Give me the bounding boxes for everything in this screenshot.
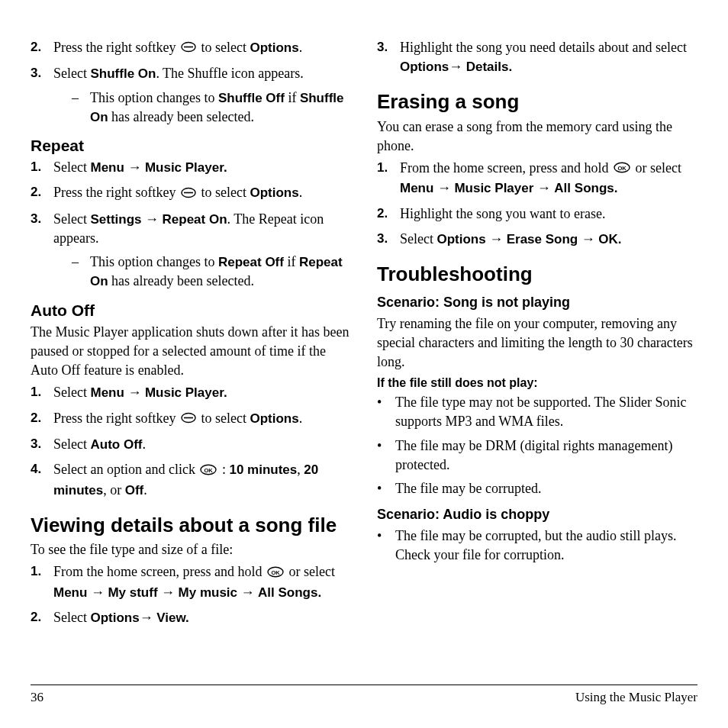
- page: 2. Press the right softkey to select Opt…: [0, 0, 728, 728]
- step-2: 2. Press the right softkey to select Opt…: [31, 183, 351, 203]
- heading-erasing: Erasing a song: [377, 90, 697, 114]
- step-4: 4. Select an option and click OK : 10 mi…: [31, 460, 351, 500]
- auto-off-desc: The Music Player application shuts down …: [31, 323, 351, 381]
- page-footer: 36 Using the Music Player: [31, 685, 697, 705]
- step-3: 3. Highlight the song you need details a…: [377, 38, 697, 76]
- heading-repeat: Repeat: [31, 136, 351, 155]
- step-3: 3. Select Auto Off.: [31, 435, 351, 454]
- step-1: 1. Select Menu → Music Player.: [31, 383, 351, 402]
- step-1: 1. Select Menu → Music Player.: [31, 158, 351, 177]
- section-title: Using the Music Player: [575, 690, 697, 705]
- step-1: 1. From the home screen, press and hold …: [31, 562, 351, 602]
- bullet: The file may be corrupted, but the audio…: [377, 527, 697, 565]
- softkey-icon: [181, 410, 196, 429]
- right-column: 3. Highlight the song you need details a…: [377, 38, 697, 672]
- step-3: 3. Select Settings → Repeat On. The Repe…: [31, 210, 351, 292]
- scenario-1-heading: Scenario: Song is not playing: [377, 294, 697, 311]
- viewing-steps: 1. From the home screen, press and hold …: [31, 562, 351, 627]
- still-not-play-note: If the file still does not play:: [377, 376, 697, 390]
- step-1: 1. From the home screen, press and hold …: [377, 159, 697, 198]
- svg-text:OK: OK: [617, 165, 627, 172]
- left-column: 2. Press the right softkey to select Opt…: [31, 38, 351, 672]
- heading-troubleshooting: Troubleshooting: [377, 263, 697, 286]
- viewing-desc: To see the file type and size of a file:: [31, 540, 351, 559]
- scenario-1-desc: Try renaming the file on your computer, …: [377, 314, 697, 372]
- repeat-steps: 1. Select Menu → Music Player. 2. Press …: [31, 158, 351, 291]
- scenario-1-bullets: The file type may not be supported. The …: [377, 393, 697, 498]
- scenario-2-bullets: The file may be corrupted, but the audio…: [377, 527, 697, 565]
- step-2: 2. Press the right softkey to select Opt…: [31, 38, 351, 58]
- sub-note: This option changes to Shuffle Off if Sh…: [72, 89, 351, 127]
- step-3: 3. Select Shuffle On. The Shuffle icon a…: [31, 64, 351, 127]
- svg-text:OK: OK: [205, 466, 214, 473]
- heading-auto-off: Auto Off: [31, 301, 351, 320]
- scenario-2-heading: Scenario: Audio is choppy: [377, 506, 697, 523]
- step-2: 2. Select Options→ View.: [31, 608, 351, 627]
- sub-note: This option changes to Repeat Off if Rep…: [72, 253, 351, 291]
- shuffle-steps: 2. Press the right softkey to select Opt…: [31, 38, 351, 127]
- bullet: The file may be corrupted.: [377, 479, 697, 498]
- bullet: The file may be DRM (digital rights mana…: [377, 436, 697, 475]
- erase-desc: You can erase a song from the memory car…: [377, 118, 697, 156]
- page-number: 36: [31, 690, 43, 705]
- viewing-steps-cont: 3. Highlight the song you need details a…: [377, 38, 697, 76]
- softkey-icon: [181, 39, 196, 58]
- bullet: The file type may not be supported. The …: [377, 393, 697, 431]
- ok-icon: OK: [614, 159, 630, 179]
- step-2: 2. Press the right softkey to select Opt…: [31, 409, 351, 429]
- heading-viewing: Viewing details about a song file: [31, 514, 351, 537]
- svg-text:OK: OK: [271, 569, 280, 575]
- ok-icon: OK: [267, 564, 284, 583]
- step-2: 2. Highlight the song you want to erase.: [377, 205, 697, 224]
- erase-steps: 1. From the home screen, press and hold …: [377, 159, 697, 249]
- softkey-icon: [181, 185, 196, 204]
- step-3: 3. Select Options → Erase Song → OK.: [377, 230, 697, 249]
- ok-icon: OK: [200, 462, 217, 481]
- columns: 2. Press the right softkey to select Opt…: [31, 38, 697, 672]
- auto-off-steps: 1. Select Menu → Music Player. 2. Press …: [31, 383, 351, 500]
